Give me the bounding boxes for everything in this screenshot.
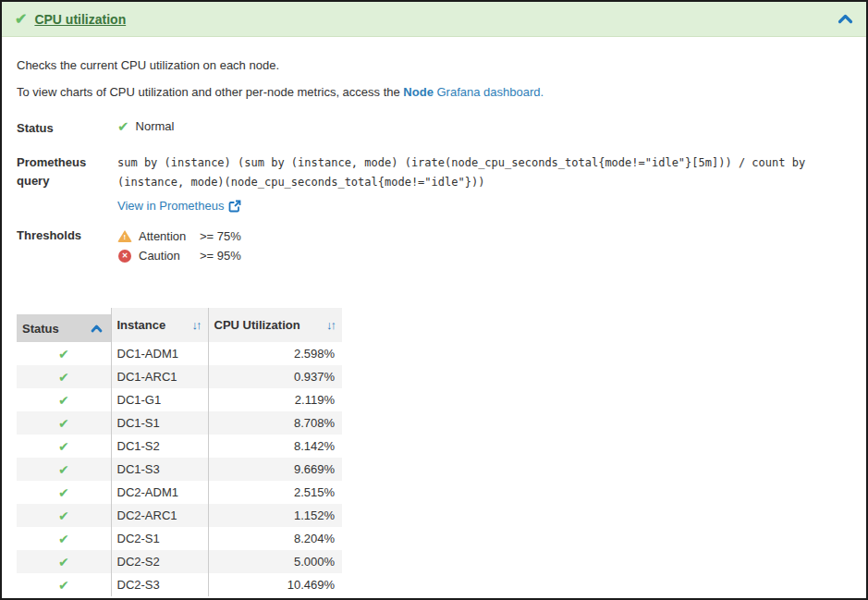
table-row: ✔DC1-S28.142% [17, 435, 342, 458]
row-cpu-cell: 2.119% [208, 388, 342, 411]
accordion-title-link[interactable]: CPU utilization [34, 12, 126, 27]
table-row: ✔DC1-S18.708% [17, 411, 342, 435]
row-cpu-cell: 8.204% [208, 527, 342, 550]
description-line2: To view charts of CPU utilization and ot… [17, 84, 851, 101]
row-instance-cell: DC1-S1 [111, 411, 208, 435]
view-in-prometheus-label[interactable]: View in Prometheus [117, 199, 224, 213]
row-cpu-cell: 2.598% [208, 342, 342, 365]
row-cpu-cell: 0.937% [208, 365, 342, 388]
cpu-utilization-panel: ✔ CPU utilization Checks the current CPU… [0, 0, 868, 600]
error-circle-icon [117, 250, 132, 263]
status-ok-icon: ✔ [58, 370, 69, 385]
threshold-attention-severity: Attention [139, 229, 200, 243]
row-instance-cell: DC2-S2 [111, 550, 208, 573]
table-row: ✔DC2-S25.000% [17, 550, 342, 573]
row-status-cell: ✔ [17, 342, 111, 365]
row-instance-cell: DC1-ARC1 [111, 365, 208, 388]
sort-ascending-icon [91, 324, 103, 333]
external-link-icon [228, 200, 241, 213]
table-row: ✔DC1-ARC10.937% [17, 365, 342, 388]
warning-triangle-icon [117, 230, 132, 242]
grafana-link-bold[interactable]: Node [403, 85, 436, 99]
row-instance-cell: DC1-S2 [111, 435, 208, 458]
success-check-icon: ✔ [15, 12, 27, 27]
prometheus-query-label: Prometheus query [17, 153, 117, 190]
table-row: ✔DC2-S18.204% [17, 527, 342, 550]
view-in-prometheus-link[interactable]: View in Prometheus [117, 199, 241, 213]
row-cpu-cell: 8.142% [208, 435, 342, 458]
status-ok-icon: ✔ [58, 578, 69, 593]
row-cpu-cell: 8.708% [208, 411, 342, 435]
row-status-cell: ✔ [17, 550, 111, 573]
row-status-cell: ✔ [17, 435, 111, 458]
prometheus-query-code: sum by (instance) (sum by (instance, mod… [117, 153, 820, 192]
status-ok-icon: ✔ [58, 508, 69, 523]
accordion-body: Checks the current CPU utilization on ea… [2, 37, 866, 596]
status-label: Status [17, 119, 117, 138]
threshold-attention-condition: >= 75% [200, 229, 241, 243]
table-body: ✔DC1-ADM12.598%✔DC1-ARC10.937%✔DC1-G12.1… [17, 342, 342, 596]
row-cpu-cell: 9.669% [208, 458, 342, 481]
column-header-instance-label: Instance [117, 318, 166, 332]
table-row: ✔DC1-S39.669% [17, 458, 342, 481]
sort-both-icon: ↓↑ [192, 318, 202, 332]
sort-both-icon: ↓↑ [326, 318, 336, 332]
cpu-utilization-table: Status Instance ↓↑ [17, 308, 342, 596]
column-header-cpu-label: CPU Utilization [214, 318, 300, 332]
accordion-header[interactable]: ✔ CPU utilization [2, 2, 866, 37]
row-instance-cell: DC1-G1 [111, 388, 208, 411]
row-status-cell: ✔ [17, 388, 111, 411]
description-line1: Checks the current CPU utilization on ea… [17, 57, 851, 74]
thresholds-label: Thresholds [17, 227, 117, 245]
status-ok-icon: ✔ [58, 393, 69, 408]
row-cpu-cell: 10.469% [208, 573, 342, 596]
table-row: ✔DC2-S310.469% [17, 573, 342, 596]
status-ok-icon: ✔ [58, 532, 69, 546]
table-row: ✔DC1-ADM12.598% [17, 342, 342, 365]
row-cpu-cell: 1.152% [208, 504, 342, 527]
row-instance-cell: DC1-S3 [111, 458, 208, 481]
column-header-status-label: Status [22, 322, 59, 336]
row-cpu-cell: 2.515% [208, 481, 342, 504]
row-status-cell: ✔ [17, 458, 111, 481]
threshold-caution-condition: >= 95% [200, 249, 241, 263]
row-instance-cell: DC2-ARC1 [111, 504, 208, 527]
grafana-dashboard-link[interactable]: Node Grafana dashboard. [403, 85, 544, 99]
thresholds-row: Thresholds Attention >= 75% Caution >= 9… [17, 227, 851, 265]
column-header-instance[interactable]: Instance ↓↑ [111, 308, 208, 342]
row-instance-cell: DC2-ADM1 [111, 481, 208, 504]
row-cpu-cell: 5.000% [208, 550, 342, 573]
column-header-cpu[interactable]: CPU Utilization ↓↑ [208, 308, 342, 342]
status-ok-icon: ✔ [58, 347, 69, 361]
status-ok-icon: ✔ [58, 439, 69, 454]
table-row: ✔DC2-ADM12.515% [17, 481, 342, 504]
grafana-link-rest[interactable]: Grafana dashboard. [436, 85, 544, 99]
row-instance-cell: DC2-S1 [111, 527, 208, 550]
row-status-cell: ✔ [17, 504, 111, 527]
row-instance-cell: DC2-S3 [111, 573, 208, 596]
row-status-cell: ✔ [17, 573, 111, 596]
threshold-attention: Attention >= 75% [117, 227, 241, 246]
threshold-caution-severity: Caution [139, 249, 200, 263]
status-ok-icon: ✔ [58, 416, 69, 431]
column-header-status[interactable]: Status [17, 308, 111, 342]
status-ok-icon: ✔ [117, 119, 129, 133]
table-header-row: Status Instance ↓↑ [17, 308, 342, 342]
status-ok-icon: ✔ [58, 462, 69, 477]
row-status-cell: ✔ [17, 411, 111, 435]
table-row: ✔DC1-G12.119% [17, 388, 342, 411]
description-line2-text: To view charts of CPU utilization and ot… [17, 85, 403, 99]
row-instance-cell: DC1-ADM1 [111, 342, 208, 365]
status-value: Normal [136, 119, 175, 133]
table-row: ✔DC2-ARC11.152% [17, 504, 342, 527]
threshold-caution: Caution >= 95% [117, 246, 241, 265]
row-status-cell: ✔ [17, 365, 111, 388]
row-status-cell: ✔ [17, 527, 111, 550]
row-status-cell: ✔ [17, 481, 111, 504]
collapse-chevron-up-icon[interactable] [837, 14, 853, 24]
status-ok-icon: ✔ [58, 485, 69, 500]
status-row: Status ✔ Normal [17, 119, 851, 138]
prometheus-row: Prometheus query sum by (instance) (sum … [17, 153, 851, 213]
status-ok-icon: ✔ [58, 555, 69, 569]
